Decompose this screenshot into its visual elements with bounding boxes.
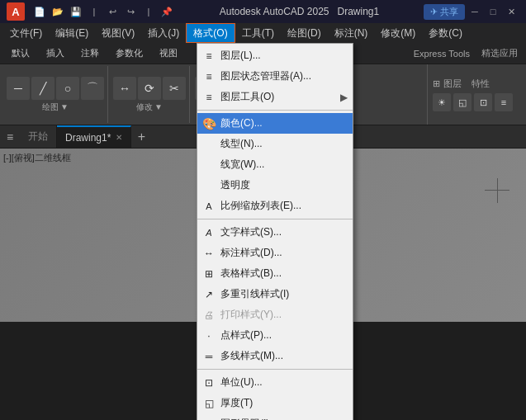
menu-item-color[interactable]: 🎨 颜色(C)... <box>197 113 353 134</box>
move-tool[interactable]: ↔ <box>113 77 136 100</box>
color-icon: 🎨 <box>202 117 216 130</box>
units-icon: ⊡ <box>202 376 216 389</box>
layer-panel-icon: ⊞ <box>433 78 440 89</box>
new-file-icon[interactable]: 📄 <box>31 3 48 20</box>
scale-list-icon: A <box>202 200 216 213</box>
menu-params[interactable]: 参数(C) <box>422 23 469 43</box>
tab-close-icon[interactable]: ✕ <box>116 133 122 142</box>
table-style-icon: ⊞ <box>202 267 216 281</box>
modify-group-label[interactable]: 修改▼ <box>136 101 163 113</box>
undo-icon[interactable]: ↩ <box>104 3 121 20</box>
linetype-icon <box>202 138 216 151</box>
multiline-tool[interactable]: ╱ <box>31 77 54 100</box>
arc-tool[interactable]: ⌒ <box>81 77 104 100</box>
menu-item-scale-list[interactable]: A 比例缩放列表(E)... <box>197 196 353 216</box>
menu-item-units[interactable]: ⊡ 单位(U)... <box>197 372 353 393</box>
menu-dimension[interactable]: 标注(N) <box>328 23 375 43</box>
rotate-tool[interactable]: ⟳ <box>138 77 161 100</box>
mline-style-icon: ═ <box>202 350 216 363</box>
menu-item-mline-style[interactable]: ═ 多线样式(M)... <box>197 346 353 366</box>
point-style-icon: · <box>202 329 216 342</box>
layer-panel-label: 图层 <box>443 78 462 90</box>
trim-tool[interactable]: ✂ <box>163 77 186 100</box>
redo-icon[interactable]: ↪ <box>122 3 139 20</box>
layer-icon3[interactable]: ⊡ <box>474 93 492 111</box>
text-style-icon: A <box>202 226 216 239</box>
menu-item-text-style[interactable]: A 文字样式(S)... <box>197 222 353 243</box>
share-icon: ✈ <box>430 7 438 17</box>
ribbon-tab-annotation[interactable]: 注释 <box>73 43 107 64</box>
menu-file[interactable]: 文件(F) <box>3 23 49 43</box>
draw-group-label[interactable]: 绘图▼ <box>42 101 69 113</box>
menu-item-layer-tools[interactable]: ≡ 图层工具(O) ▶ <box>197 87 353 107</box>
dim-style-icon: ↔ <box>202 247 216 260</box>
layer-state-icon: ≡ <box>202 70 216 83</box>
lineweight-icon <box>202 158 216 172</box>
layer-icon2[interactable]: ◱ <box>453 93 472 111</box>
menu-item-plot-style: 🖨 打印样式(Y)... <box>197 304 353 325</box>
menu-item-mleader[interactable]: ↗ 多重引线样式(I) <box>197 284 353 304</box>
menu-item-dim-style[interactable]: ↔ 标注样式(D)... <box>197 243 353 263</box>
thickness-icon: ◱ <box>202 397 216 410</box>
new-tab-button[interactable]: + <box>131 125 151 149</box>
app-title: Autodesk AutoCAD 2025 Drawing1 <box>175 6 424 17</box>
toolbar-sep2: | <box>140 3 157 20</box>
view-label: [-][俯视]二维线框 <box>3 152 71 164</box>
layer-menu-icon: ≡ <box>202 50 216 63</box>
ribbon-tab-insert[interactable]: 插入 <box>38 43 73 64</box>
ribbon-tab-params[interactable]: 参数化 <box>107 43 151 64</box>
pin-icon[interactable]: 📌 <box>159 3 175 20</box>
menu-item-thickness[interactable]: ◱ 厚度(T) <box>197 393 353 413</box>
menu-tools[interactable]: 工具(T) <box>235 23 281 43</box>
layer-icon4[interactable]: ≡ <box>495 93 513 111</box>
menu-item-transparency[interactable]: 透明度 <box>197 175 353 196</box>
menu-modify[interactable]: 修改(M) <box>374 23 422 43</box>
close-button[interactable]: ✕ <box>503 3 519 20</box>
menu-item-limits[interactable]: ⬚ 图形界限(I) <box>197 413 353 420</box>
open-icon[interactable]: 📂 <box>50 3 66 20</box>
line-tool[interactable]: ─ <box>7 77 30 100</box>
menu-format[interactable]: 格式(O) <box>186 23 235 43</box>
mleader-icon: ↗ <box>202 288 216 301</box>
menu-item-layer[interactable]: ≡ 图层(L)... <box>197 45 353 66</box>
menu-bar: 文件(F) 编辑(E) 视图(V) 插入(J) 格式(O) 工具(T) 绘图(D… <box>0 23 526 43</box>
separator-1 <box>197 110 353 111</box>
title-right: ✈ 共享 ─ □ ✕ <box>424 3 519 20</box>
circle-tool[interactable]: ○ <box>56 77 79 100</box>
menu-item-table-style[interactable]: ⊞ 表格样式(B)... <box>197 263 353 284</box>
title-bar: A 📄 📂 💾 | ↩ ↪ | 📌 Autodesk AutoCAD 2025 … <box>0 0 526 23</box>
ribbon-tab-view[interactable]: 视图 <box>151 43 186 64</box>
separator-2 <box>197 219 353 219</box>
layer-tools-icon: ≡ <box>202 91 216 104</box>
toolbar-sep: | <box>86 3 102 20</box>
autocad-logo[interactable]: A <box>7 2 25 21</box>
toolbar-icons: 📄 📂 💾 | ↩ ↪ | 📌 <box>31 3 175 20</box>
menu-item-linetype[interactable]: 线型(N)... <box>197 134 353 154</box>
express-tools-tab[interactable]: Express Tools <box>409 49 475 59</box>
menu-draw[interactable]: 绘图(D) <box>281 23 328 43</box>
tab-start[interactable]: 开始 <box>20 125 57 148</box>
menu-insert[interactable]: 插入(J) <box>141 23 186 43</box>
tab-drawing1[interactable]: Drawing1* ✕ <box>57 125 131 148</box>
fine-apply-tab[interactable]: 精选应用 <box>476 47 523 59</box>
share-button[interactable]: ✈ 共享 <box>424 4 465 20</box>
dropdown-menu: ≡ 图层(L)... ≡ 图层状态管理器(A)... ≡ 图层工具(O) ▶ 🎨… <box>197 43 353 420</box>
sun-icon[interactable]: ☀ <box>433 93 451 111</box>
save-icon[interactable]: 💾 <box>68 3 84 20</box>
ribbon-tab-default[interactable]: 默认 <box>3 43 38 64</box>
tabs-menu-button[interactable]: ≡ <box>0 125 20 149</box>
maximize-button[interactable]: □ <box>485 3 501 20</box>
submenu-arrow: ▶ <box>340 92 348 103</box>
menu-view[interactable]: 视图(V) <box>95 23 141 43</box>
title-bar-left: A 📄 📂 💾 | ↩ ↪ | 📌 <box>7 2 175 21</box>
prop-label: 特性 <box>472 78 490 90</box>
limits-icon: ⬚ <box>202 418 216 421</box>
menu-item-layer-state[interactable]: ≡ 图层状态管理器(A)... <box>197 66 353 87</box>
separator-3 <box>197 369 353 370</box>
transparency-icon <box>202 179 216 192</box>
format-dropdown: ≡ 图层(L)... ≡ 图层状态管理器(A)... ≡ 图层工具(O) ▶ 🎨… <box>197 43 353 420</box>
menu-edit[interactable]: 编辑(E) <box>49 23 95 43</box>
menu-item-lineweight[interactable]: 线宽(W)... <box>197 154 353 175</box>
minimize-button[interactable]: ─ <box>467 3 483 20</box>
menu-item-point-style[interactable]: · 点样式(P)... <box>197 325 353 346</box>
